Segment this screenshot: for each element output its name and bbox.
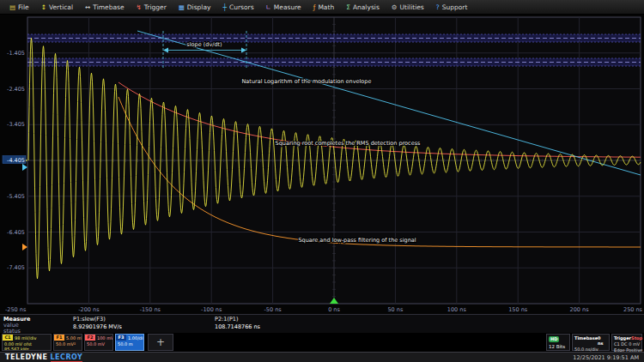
y-axis-label: -7.405 [7,264,25,271]
measure-icon: ∟ [266,4,271,10]
status-bar: TELEDYNELECROY 12/25/2021 9:19:51 AM [0,352,644,362]
rms-annotation: Squaring root completes the RMS detectio… [276,140,421,147]
x-axis-label: 250 ns [623,306,643,313]
trace-tab-label: C1 [3,335,13,341]
descriptor-line: 50.0 m [118,341,133,347]
trigger-mode: Stop [631,335,642,341]
brand-teledyne: TELEDYNE [5,353,48,361]
descriptor-line: 5.00 mV²/div [66,335,82,341]
descriptor-line: 98 mV/div [15,335,36,341]
measure-value: 8.92901976 MV/s [73,323,210,330]
y-axis-label: -6.405 [7,229,25,236]
descriptor-line: 100 mV/div [97,335,113,341]
x-axis-label: 100 ns [447,306,467,313]
hd-mode-box[interactable]: HD12 Bits [546,334,570,351]
trigger-box[interactable]: TriggerStopC1 DC 0 mVEdge Positive [611,334,642,351]
hd-badge: HD [549,336,559,342]
menu-item-label: Display [187,3,211,11]
analysis-icon: Σ [346,4,350,10]
y-axis-label: -3.405 [7,121,25,128]
math-icon: ƒ [313,4,316,10]
descriptor-row: C198 mV/div0.00 mV ofst85.567 kHzF15.00 … [0,333,644,352]
trace-tab-label: F3 [116,335,126,341]
waveform-display: slope (dv/dt)Natural Logarithm of the mo… [0,15,644,314]
utilities-icon: ⚙ [392,4,398,10]
hd-bits-label: 12 Bits [549,344,565,349]
menu-item-cursors[interactable]: ┼Cursors [216,2,259,13]
menu-item-trigger[interactable]: ↯Trigger [131,2,173,13]
datetime-label: 12/25/2021 9:19:51 AM [573,354,639,361]
descriptor-line: 50.0 mV² [56,341,76,347]
lp-annotation: Square and low-pass filtering of the sig… [298,237,416,244]
menu-item-math[interactable]: ƒMath [307,2,340,13]
descriptor-c1[interactable]: C198 mV/div0.00 mV ofst85.567 kHz [2,334,52,351]
ln-annotation: Natural Logarithm of the modulation enve… [242,78,372,85]
file-icon: ▤ [9,4,15,10]
level-cursor-band-2[interactable] [27,58,641,66]
menu-item-label: Math [318,3,334,11]
level-cursor-band-1[interactable] [27,34,641,42]
descriptor-f2[interactable]: F2100 mV/div50.0 mV [84,334,113,351]
menu-item-utilities[interactable]: ⚙Utilities [386,2,430,13]
slope-annotation: slope (dv/dt) [186,41,222,48]
x-axis-label: -250 ns [5,306,27,313]
vertical-icon: ↕ [41,4,46,10]
menu-item-label: Trigger [144,3,167,11]
display-icon: ▦ [179,4,185,10]
brand-lecroy: LECROY [51,353,83,362]
menu-item-vertical[interactable]: ↕Vertical [35,2,79,13]
measure-param-name[interactable]: P1:slew(F3) [73,316,210,323]
menu-item-display[interactable]: ▦Display [173,2,217,13]
y-axis-label: -1.405 [7,50,25,57]
x-axis-label: 200 ns [570,306,590,313]
descriptor-f3[interactable]: F31.00/div50.0 m [115,334,144,351]
add-trace-button[interactable]: + [148,334,173,351]
support-icon: ? [436,4,440,10]
measure-value: 108.7148766 ns [215,323,352,330]
timebase-box[interactable]: Timebase0 ns50.0 ns/div5 kS 10 GS/s [572,334,610,351]
trace-tab-label: F1 [54,335,64,341]
timebase-offset: 0 ns [598,335,607,346]
x-axis-label: 50 ns [387,306,403,313]
brand-logo: TELEDYNELECROY [5,353,82,361]
x-axis-label: -50 ns [264,306,282,313]
trigger-icon: ↯ [137,4,142,10]
x-axis-label: -100 ns [201,306,222,313]
menu-item-label: Analysis [353,3,380,11]
descriptor-line: 50.0 mV [87,341,105,347]
menu-item-label: Timebase [93,3,124,11]
y-axis-label: -2.405 [7,86,25,93]
timebase-title: Timebase [574,335,598,346]
x-axis-label: -150 ns [140,306,161,313]
trace-tab-label: F2 [85,335,95,341]
x-axis-label: 0 ns [328,306,340,313]
x-axis-label: -200 ns [78,306,100,313]
menu-item-label: Utilities [400,3,424,11]
menu-item-file[interactable]: ▤File [3,2,35,13]
menu-item-label: Measure [274,3,301,11]
x-axis-label: 150 ns [508,306,528,313]
descriptor-f1[interactable]: F15.00 mV²/div50.0 mV² [53,334,82,351]
menu-item-label: File [18,3,29,11]
measure-param-name[interactable]: P2:1(P1) [215,316,352,323]
menu-item-analysis[interactable]: ΣAnalysis [340,2,386,13]
menu-item-label: Cursors [229,3,254,11]
measure-panel: MeasurevaluestatusP1:slew(F3)8.92901976 … [0,314,644,334]
trigger-title: Trigger [614,335,631,341]
trigger-source-level: C1 DC 0 mV [614,341,640,347]
timebase-icon: ↔ [85,4,90,10]
menu-item-label: Vertical [49,3,73,11]
descriptor-line: 85.567 kHz [4,347,28,351]
y-axis-label: -5.405 [7,193,25,200]
menu-bar: ▤File↕Vertical↔Timebase↯Trigger▦Display┼… [0,0,644,15]
menu-item-measure[interactable]: ∟Measure [260,2,307,13]
cursors-icon: ┼ [222,4,227,10]
y-axis-label: -4.405 [7,157,25,164]
descriptor-line: 1.00/div [128,335,144,341]
menu-item-support[interactable]: ?Support [430,2,474,13]
menu-item-label: Support [442,3,468,11]
menu-item-timebase[interactable]: ↔Timebase [79,2,131,13]
